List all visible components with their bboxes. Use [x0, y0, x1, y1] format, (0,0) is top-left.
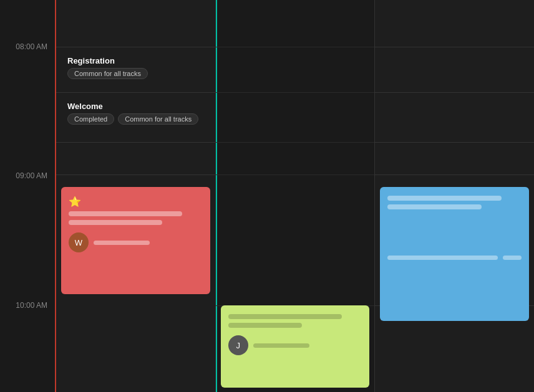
card-line-2-blue	[387, 204, 481, 209]
schedule-container: 08:00 AM 09:00 AM 10:00 AM Registration …	[0, 0, 534, 392]
columns-area: Registration Common for all tracks Welco…	[55, 0, 534, 392]
card-line-1-green	[228, 314, 342, 319]
time-label-8am: 08:00 AM	[0, 42, 55, 51]
card-line-1	[69, 211, 182, 216]
welcome-tags: Completed Common for all tracks	[67, 113, 204, 125]
registration-title: Registration	[67, 56, 204, 65]
blue-event-card[interactable]	[380, 187, 529, 321]
red-event-card[interactable]: ⭐ W	[61, 187, 210, 294]
welcome-session[interactable]: Welcome Completed Common for all tracks	[61, 97, 210, 139]
time-label-10am: 10:00 AM	[0, 301, 55, 310]
card-line-2-green	[228, 323, 302, 328]
green-event-card[interactable]: J	[221, 305, 370, 388]
tag-common-all: Common for all tracks	[67, 68, 148, 79]
speaker-avatar-green: J	[228, 335, 248, 355]
welcome-title: Welcome	[67, 102, 204, 111]
track-column-1: Registration Common for all tracks Welco…	[55, 0, 215, 392]
card-line-2	[69, 220, 162, 225]
speaker-name-green	[253, 343, 309, 348]
track-column-3	[374, 0, 534, 392]
speaker-row-green: J	[228, 335, 362, 355]
speaker-row: W	[69, 232, 203, 252]
teal-indicator	[216, 0, 217, 392]
registration-tags: Common for all tracks	[67, 68, 204, 79]
speaker-avatar: W	[69, 232, 89, 252]
track-column-2: J	[215, 0, 375, 392]
time-column: 08:00 AM 09:00 AM 10:00 AM	[0, 0, 55, 392]
registration-session[interactable]: Registration Common for all tracks	[61, 51, 210, 87]
bottom-line-row	[387, 256, 522, 260]
tag-common-all-2: Common for all tracks	[118, 113, 198, 125]
tag-completed: Completed	[67, 113, 114, 125]
card-line-1-blue	[387, 196, 501, 201]
star-icon: ⭐	[69, 196, 203, 208]
bottom-line	[387, 256, 498, 260]
speaker-name	[94, 241, 150, 245]
tag-small	[503, 256, 522, 260]
time-label-9am: 09:00 AM	[0, 171, 55, 180]
